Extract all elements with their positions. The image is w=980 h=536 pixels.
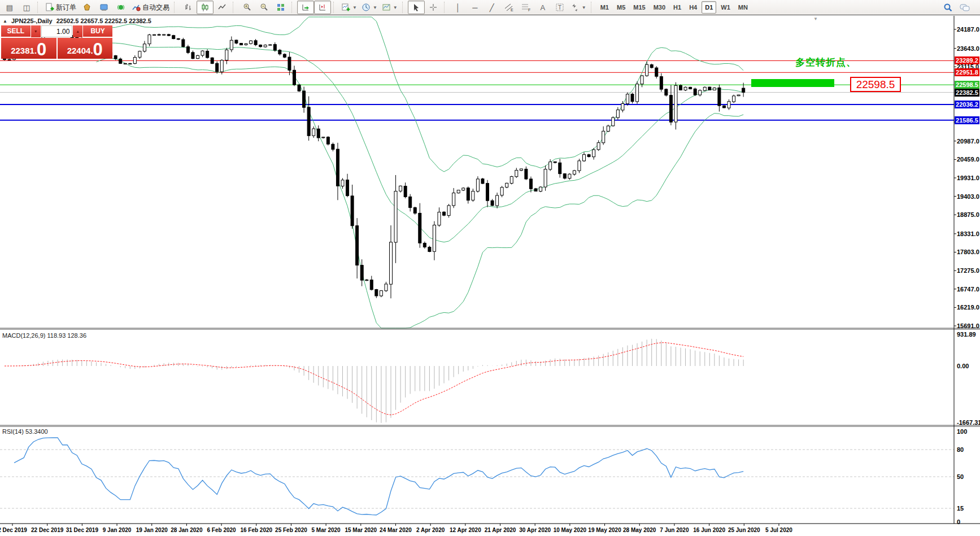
text-label-icon[interactable]: T bbox=[551, 1, 568, 14]
periods-button[interactable]: ▼ bbox=[359, 1, 380, 14]
autotrading-icon bbox=[132, 3, 141, 12]
fibonacci-icon[interactable]: F bbox=[517, 1, 534, 14]
date-axis-label: 30 Apr 2020 bbox=[519, 527, 551, 533]
volume-decrease-button[interactable]: ▼ bbox=[31, 25, 41, 37]
new-order-label: 新订单 bbox=[56, 3, 76, 12]
text-icon[interactable]: A bbox=[534, 1, 551, 14]
macd-indicator-label: MACD(12,26,9) 118.93 128.36 bbox=[2, 332, 86, 339]
date-axis-label: 5 Mar 2020 bbox=[312, 527, 341, 533]
date-axis-label: 2 Apr 2020 bbox=[416, 527, 445, 533]
date-axis-label: 28 May 2020 bbox=[623, 527, 656, 533]
price-axis-tick: 15691.0 bbox=[957, 323, 979, 330]
timeframe-d1[interactable]: D1 bbox=[702, 1, 716, 14]
crosshair-icon[interactable] bbox=[425, 1, 442, 14]
new-chart-icon[interactable] bbox=[79, 1, 95, 14]
new-order-button[interactable]: 新订单 bbox=[43, 1, 79, 14]
toolbar-separator bbox=[444, 2, 448, 13]
svg-text:T: T bbox=[558, 5, 561, 11]
signals-icon[interactable] bbox=[112, 1, 129, 14]
price-axis-tick: 23643.0 bbox=[957, 45, 979, 53]
symbol-period-label: JPN225-,Daily bbox=[11, 18, 53, 24]
chevron-down-icon: ▼ bbox=[393, 5, 398, 10]
new-order-icon bbox=[45, 3, 54, 12]
tile-windows-icon[interactable] bbox=[272, 1, 289, 14]
date-axis-label: 16 Jun 2020 bbox=[693, 527, 725, 533]
vertical-line-icon[interactable]: │ bbox=[450, 1, 467, 14]
buy-price-pips: 0 bbox=[93, 41, 103, 58]
price-axis-tick: 18331.0 bbox=[957, 230, 979, 238]
line-chart-icon[interactable] bbox=[214, 1, 230, 14]
price-axis-tick: 19931.0 bbox=[957, 175, 979, 182]
timeframe-mn[interactable]: MN bbox=[735, 1, 751, 14]
timeframe-w1[interactable]: W1 bbox=[717, 1, 734, 14]
candlestick-icon[interactable] bbox=[197, 1, 214, 14]
timeframe-bar: M1M5M15M30H1H4D1W1MN bbox=[596, 1, 752, 14]
price-level-label-box[interactable]: 22598.5 bbox=[850, 77, 901, 92]
price-badge: 22382.5 bbox=[955, 89, 979, 97]
price-badge: 23289.2 bbox=[955, 56, 979, 64]
turning-point-annotation[interactable]: 多空转折点、 bbox=[795, 56, 856, 69]
timeframe-m5[interactable]: M5 bbox=[613, 1, 629, 14]
date-axis-label: 28 Jan 2020 bbox=[171, 527, 202, 533]
channel-icon[interactable]: E bbox=[500, 1, 517, 14]
cursor-icon[interactable] bbox=[408, 1, 425, 14]
market-watch-icon[interactable]: ▤ bbox=[1, 1, 18, 14]
sell-price-main: 22381 bbox=[11, 43, 34, 58]
zoom-out-icon[interactable] bbox=[255, 1, 272, 14]
timeframe-m1[interactable]: M1 bbox=[597, 1, 612, 14]
indicators-icon bbox=[341, 3, 350, 12]
chat-icon[interactable] bbox=[956, 1, 973, 14]
date-axis-label: 19 May 2020 bbox=[588, 527, 621, 533]
buy-price-main: 22404 bbox=[67, 43, 91, 58]
order-controls-row: SELL ▼ 1.00 ▲ BUY bbox=[1, 25, 112, 37]
profiles-icon[interactable] bbox=[95, 1, 112, 14]
toolbar-separator bbox=[591, 2, 595, 13]
date-axis-label: 16 Feb 2020 bbox=[240, 527, 272, 533]
trendline-icon[interactable]: ╱ bbox=[484, 1, 500, 14]
zoom-in-icon[interactable] bbox=[238, 1, 255, 14]
ohlc-values: 22502.5 22657.5 22252.5 22382.5 bbox=[56, 18, 151, 24]
toolbar-separator bbox=[37, 2, 41, 13]
price-badge: 22598.5 bbox=[955, 81, 979, 89]
autotrading-button[interactable]: 自动交易 bbox=[129, 1, 172, 14]
timeframe-m15[interactable]: M15 bbox=[630, 1, 648, 14]
one-click-trading-panel: SELL ▼ 1.00 ▲ BUY 22381.0 22404.0 bbox=[1, 25, 112, 59]
auto-scroll-icon[interactable] bbox=[297, 1, 314, 14]
price-badge: 22036.2 bbox=[955, 101, 979, 108]
macd-axis-tick: 0.00 bbox=[957, 363, 969, 370]
price-axis-tick: 24187.0 bbox=[957, 26, 979, 33]
price-badge: 21586.5 bbox=[955, 116, 979, 124]
bar-chart-icon[interactable] bbox=[180, 1, 197, 14]
autotrading-label: 自动交易 bbox=[142, 3, 169, 12]
price-axis-tick: 20987.0 bbox=[957, 138, 979, 145]
buy-price-box[interactable]: 22404.0 bbox=[58, 38, 113, 59]
price-axis-tick: 16747.0 bbox=[957, 286, 979, 293]
indicators-button[interactable]: ▼ bbox=[339, 1, 359, 14]
toolbar-separator bbox=[333, 2, 337, 13]
chart-area[interactable]: ▲ JPN225-,Daily 22502.5 22657.5 22252.5 … bbox=[0, 16, 980, 536]
macd-axis-tick: -1667.31 bbox=[957, 419, 980, 426]
toolbar-separator bbox=[233, 2, 237, 13]
timeframe-m30[interactable]: M30 bbox=[650, 1, 669, 14]
timeframe-h4[interactable]: H4 bbox=[686, 1, 700, 14]
buy-button[interactable]: BUY bbox=[83, 25, 112, 37]
horizontal-line-icon[interactable]: ─ bbox=[467, 1, 484, 14]
volume-increase-button[interactable]: ▲ bbox=[73, 25, 82, 37]
chart-shift-icon[interactable] bbox=[314, 1, 331, 14]
templates-button[interactable]: ▼ bbox=[380, 1, 400, 14]
data-window-icon[interactable]: ◫ bbox=[18, 1, 35, 14]
timeframe-h1[interactable]: H1 bbox=[670, 1, 685, 14]
rsi-axis-tick: 15 bbox=[957, 505, 964, 512]
arrows-button[interactable]: ▼ bbox=[568, 1, 589, 14]
volume-input[interactable]: 1.00 bbox=[41, 25, 73, 37]
date-axis-label: 15 Mar 2020 bbox=[345, 527, 377, 533]
date-axis-label: 25 Jun 2020 bbox=[728, 527, 760, 533]
chart-shift-marker-icon[interactable]: ▼ bbox=[813, 16, 818, 21]
sell-button[interactable]: SELL bbox=[1, 25, 31, 37]
sell-price-box[interactable]: 22381.0 bbox=[1, 38, 56, 59]
collapse-icon[interactable]: ▲ bbox=[3, 19, 7, 24]
templates-icon bbox=[382, 3, 391, 12]
price-axis-tick: 17803.0 bbox=[957, 249, 979, 256]
search-icon[interactable] bbox=[939, 1, 956, 14]
date-axis-label: 9 Jan 2020 bbox=[103, 527, 132, 533]
